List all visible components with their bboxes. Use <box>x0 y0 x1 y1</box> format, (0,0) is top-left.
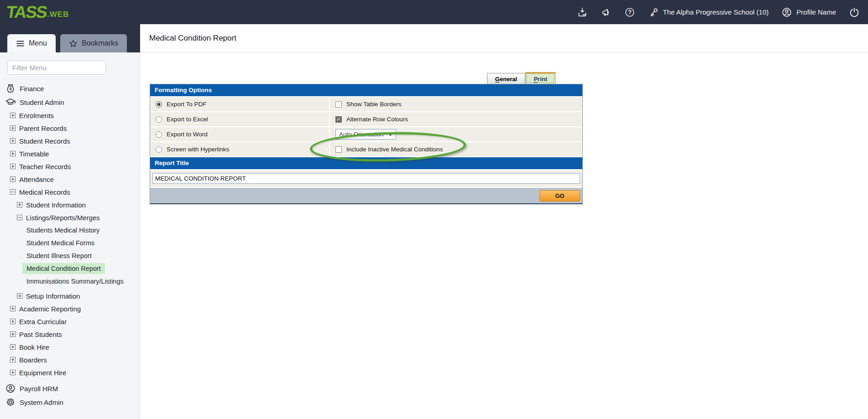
profile-menu[interactable]: Profile Name <box>781 7 836 18</box>
sidebar-tabs-area: Menu Bookmarks <box>0 24 140 52</box>
form-tabs: General Print <box>487 72 556 84</box>
page-title: Medical Condition Report <box>149 34 236 43</box>
filter-menu-input[interactable] <box>7 61 106 75</box>
radio-screen-with-hyperlinks[interactable] <box>156 146 162 153</box>
option-label-include-inactive-medical-conditions[interactable]: Include Inactive Medical Conditions <box>346 146 443 153</box>
sidebar-item-label: Boarders <box>19 356 47 364</box>
option-label-export-to-excel[interactable]: Export to Excel <box>167 116 208 123</box>
plus-expander-icon[interactable] <box>10 357 16 362</box>
panel-footer: GO <box>150 188 582 203</box>
plus-expander-icon[interactable] <box>17 202 22 207</box>
plus-expander-icon[interactable] <box>10 125 16 131</box>
tab-print[interactable]: Print <box>525 72 556 84</box>
sidebar-item-listings-reports-merges[interactable]: Listings/Reports/Merges <box>0 211 140 224</box>
tab-bookmarks[interactable]: Bookmarks <box>60 34 127 52</box>
svg-text:?: ? <box>628 9 632 16</box>
report-options-panel: Formatting Options Export To PDFShow Tab… <box>150 84 583 204</box>
option-label-alternate-row-colours[interactable]: Alternate Row Colours <box>346 116 408 123</box>
sidebar-item-medical-records[interactable]: Medical Records <box>0 186 140 198</box>
plus-expander-icon[interactable] <box>10 370 16 375</box>
person-circle-icon <box>5 383 16 393</box>
plus-expander-icon[interactable] <box>10 331 16 337</box>
sidebar-item-student-illness-report[interactable]: Student Illness Report <box>0 249 140 262</box>
option-label-export-to-pdf[interactable]: Export To PDF <box>167 101 207 108</box>
sidebar-item-teacher-records[interactable]: Teacher Records <box>0 160 140 173</box>
sidebar-item-label: Book Hire <box>19 343 49 351</box>
checkbox-include-inactive-medical-conditions[interactable] <box>335 146 342 153</box>
plus-expander-icon[interactable] <box>10 164 16 169</box>
sidebar-item-student-medical-forms[interactable]: Student Medical Forms <box>0 237 140 249</box>
plus-expander-icon[interactable] <box>10 306 16 311</box>
sidebar-item-immunisations-summary-listings[interactable]: Immunisations Summary/Listings <box>0 275 140 288</box>
chevron-down-icon <box>388 133 392 136</box>
sidebar-item-student-admin[interactable]: Student Admin <box>0 95 140 109</box>
download-icon[interactable] <box>577 7 588 18</box>
radio-export-to-word[interactable] <box>156 131 162 138</box>
tass-web-app: TASS .WEB ? The Alpha Progressive School… <box>0 0 868 419</box>
option-row-screen-with-hyperlinks: Screen with Hyperlinks <box>150 142 329 156</box>
sidebar-item-timetable[interactable]: Timetable <box>0 147 140 160</box>
sidebar-item-enrolments[interactable]: Enrolments <box>0 109 140 122</box>
plus-expander-icon[interactable] <box>10 319 16 324</box>
sidebar-item-medical-condition-report[interactable]: Medical Condition Report <box>0 262 140 275</box>
topbar: TASS .WEB ? The Alpha Progressive School… <box>0 0 868 24</box>
option-row-orientation: Auto Orientation <box>330 127 582 141</box>
radio-export-to-excel[interactable] <box>156 116 162 123</box>
sidebar-item-label: Student Admin <box>20 98 64 106</box>
minus-expander-icon[interactable] <box>17 215 22 220</box>
tab-general[interactable]: General <box>487 73 525 84</box>
power-icon[interactable] <box>849 7 860 18</box>
sidebar-item-payroll-hrm[interactable]: Payroll HRM <box>0 382 140 395</box>
option-label-export-to-word[interactable]: Export to Word <box>167 131 208 138</box>
sidebar-item-setup-information[interactable]: Setup Information <box>0 290 140 302</box>
sidebar-item-label: System Admin <box>20 398 63 406</box>
plus-expander-icon[interactable] <box>10 176 16 182</box>
money-bag-icon: $ <box>5 83 16 93</box>
plus-expander-icon[interactable] <box>10 113 16 118</box>
report-title-header: Report Title <box>150 157 582 169</box>
plus-expander-icon[interactable] <box>10 344 16 350</box>
go-button[interactable]: GO <box>539 190 580 202</box>
checkbox-show-table-borders[interactable] <box>335 101 342 108</box>
sidebar-item-label: Academic Reporting <box>19 305 81 313</box>
sidebar-item-system-admin[interactable]: System Admin <box>0 395 140 409</box>
user-icon <box>781 7 792 18</box>
sidebar-item-attendance[interactable]: Attendance <box>0 173 140 186</box>
logo-tass-text: TASS <box>5 4 47 21</box>
sidebar-item-equipment-hire[interactable]: Equipment Hire <box>0 366 140 379</box>
orientation-select-value: Auto Orientation <box>339 131 384 138</box>
school-selector[interactable]: The Alpha Progressive School (10) <box>648 7 769 18</box>
orientation-select[interactable]: Auto Orientation <box>335 129 396 140</box>
sidebar-item-student-information[interactable]: Student Information <box>0 198 140 211</box>
option-label-screen-with-hyperlinks[interactable]: Screen with Hyperlinks <box>167 146 229 153</box>
school-name: The Alpha Progressive School (10) <box>663 8 769 16</box>
sidebar-item-past-students[interactable]: Past Students <box>0 328 140 341</box>
sidebar-item-boarders[interactable]: Boarders <box>0 353 140 366</box>
checkbox-alternate-row-colours[interactable]: ✓ <box>335 116 342 123</box>
plus-expander-icon[interactable] <box>10 151 16 156</box>
sidebar-item-extra-curricular[interactable]: Extra Curricular <box>0 315 140 328</box>
tass-logo[interactable]: TASS .WEB <box>6 4 69 21</box>
tab-menu[interactable]: Menu <box>7 34 56 52</box>
plus-expander-icon[interactable] <box>10 138 16 144</box>
radio-export-to-pdf[interactable] <box>156 101 162 108</box>
sidebar-item-label: Teacher Records <box>19 163 71 171</box>
sidebar-item-parent-records[interactable]: Parent Records <box>0 122 140 134</box>
sidebar-item-student-records[interactable]: Student Records <box>0 134 140 147</box>
minus-expander-icon[interactable] <box>10 189 16 195</box>
sidebar-item-academic-reporting[interactable]: Academic Reporting <box>0 302 140 315</box>
sidebar-item-finance[interactable]: $Finance <box>0 82 140 95</box>
sidebar-item-students-medical-history[interactable]: Students Medical History <box>0 224 140 237</box>
option-label-show-table-borders[interactable]: Show Table Borders <box>346 101 402 108</box>
option-row-export-to-word: Export to Word <box>150 127 329 141</box>
help-icon[interactable]: ? <box>624 7 635 18</box>
sidebar-item-label: Equipment Hire <box>19 369 66 377</box>
report-title-input[interactable] <box>152 173 580 184</box>
sidebar-item-label: Medical Records <box>19 188 70 196</box>
sidebar-item-label: Finance <box>20 85 44 93</box>
megaphone-icon[interactable] <box>601 7 612 18</box>
sidebar-item-book-hire[interactable]: Book Hire <box>0 341 140 353</box>
star-icon <box>69 39 78 48</box>
sidebar-item-label: Attendance <box>19 176 54 183</box>
plus-expander-icon[interactable] <box>17 293 22 299</box>
